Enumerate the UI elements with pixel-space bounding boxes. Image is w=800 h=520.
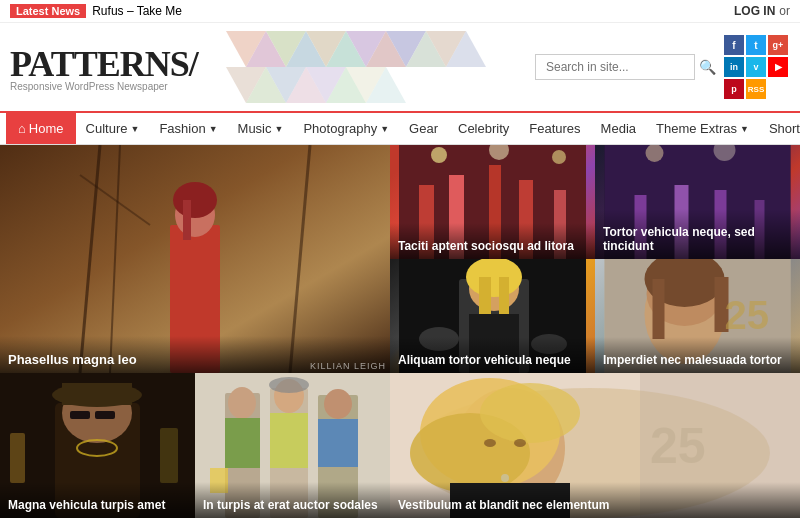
nav-features-label: Features	[529, 121, 580, 136]
svg-point-82	[324, 389, 352, 419]
photography-arrow: ▼	[380, 124, 389, 134]
pinterest-icon[interactable]: p	[724, 79, 744, 99]
home-icon: ⌂	[18, 121, 26, 136]
nav-music-label: Music	[238, 121, 272, 136]
nav-culture[interactable]: Culture ▼	[76, 113, 150, 144]
grid-row2-item1[interactable]: Magna vehicula turpis amet	[0, 373, 195, 518]
svg-text:25: 25	[650, 418, 706, 474]
nav-photography-label: Photography	[303, 121, 377, 136]
social-icons: f t g+ in v ▶ p RSS	[724, 35, 790, 99]
nav-media[interactable]: Media	[591, 113, 646, 144]
svg-point-93	[480, 383, 580, 443]
nav-photography[interactable]: Photography ▼	[293, 113, 399, 144]
grid-right-bottom: Aliquam tortor vehicula neque 25	[390, 259, 800, 373]
grid-row2: Magna vehicula turpis amet In turpis at …	[0, 373, 800, 518]
header-decoration	[198, 31, 535, 103]
nav-home[interactable]: ⌂ Home	[6, 113, 76, 144]
caption-row2-1: Magna vehicula turpis amet	[0, 482, 195, 518]
latest-badge: Latest News	[10, 4, 86, 18]
nav-fashion[interactable]: Fashion ▼	[149, 113, 227, 144]
nav-shortcodes[interactable]: Shortcodes	[759, 113, 800, 144]
grid-top-right-1[interactable]: Taciti aptent sociosqu ad litora	[390, 145, 595, 259]
caption-tr1-text: Taciti aptent sociosqu ad litora	[398, 239, 574, 253]
svg-point-87	[269, 377, 309, 393]
top-bar: Latest News Rufus – Take Me LOG IN or	[0, 0, 800, 23]
caption-top-right-2: Tortor vehicula neque, sed tincidunt	[595, 209, 800, 259]
nav-gear-label: Gear	[409, 121, 438, 136]
triangles-decoration	[226, 31, 506, 103]
nav-celebrity[interactable]: Celebrity	[448, 113, 519, 144]
facebook-icon[interactable]: f	[724, 35, 744, 55]
header: PATTERNS/ Responsive WordPress Newspaper	[0, 23, 800, 111]
grid-row2-item3[interactable]: 25 Vestibulum at blandit nec elementum	[390, 373, 800, 518]
caption-r2-2-text: In turpis at erat auctor sodales	[203, 498, 378, 512]
twitter-icon[interactable]: t	[746, 35, 766, 55]
linkedin-icon[interactable]: in	[724, 57, 744, 77]
svg-rect-85	[318, 419, 358, 467]
logo-subtitle: Responsive WordPress Newspaper	[10, 81, 198, 92]
fashion-arrow: ▼	[209, 124, 218, 134]
search-input[interactable]	[535, 54, 695, 80]
culture-arrow: ▼	[130, 124, 139, 134]
or-text: or	[779, 4, 790, 18]
header-right: 🔍 f t g+ in v ▶ p RSS	[535, 35, 790, 99]
svg-point-80	[228, 387, 256, 419]
svg-rect-74	[10, 433, 25, 483]
main-nav: ⌂ Home Culture ▼ Fashion ▼ Music ▼ Photo…	[0, 111, 800, 145]
caption-row2-2: In turpis at erat auctor sodales	[195, 482, 390, 518]
top-right-bar: LOG IN or	[734, 4, 790, 18]
theme-extras-arrow: ▼	[740, 124, 749, 134]
search-area: 🔍	[535, 54, 716, 80]
svg-rect-71	[70, 411, 90, 419]
caption-r2-3-text: Vestibulum at blandit nec elementum	[398, 498, 609, 512]
nav-music[interactable]: Music ▼	[228, 113, 294, 144]
svg-point-37	[431, 147, 447, 163]
main-caption-text: Phasellus magna leo	[8, 352, 137, 367]
latest-story-text: Rufus – Take Me	[92, 4, 182, 18]
caption-bottom-right-1: Aliquam tortor vehicula neque	[390, 337, 595, 373]
nav-celebrity-label: Celebrity	[458, 121, 509, 136]
svg-point-39	[552, 150, 566, 164]
svg-point-94	[484, 439, 496, 447]
nav-theme-extras-label: Theme Extras	[656, 121, 737, 136]
svg-rect-84	[270, 413, 308, 468]
nav-gear[interactable]: Gear	[399, 113, 448, 144]
login-link[interactable]: LOG IN	[734, 4, 775, 18]
nav-theme-extras[interactable]: Theme Extras ▼	[646, 113, 759, 144]
logo-area: PATTERNS/ Responsive WordPress Newspaper	[10, 43, 198, 92]
grid-main-image[interactable]: Phasellus magna leo KILLIAN LEIGH	[0, 145, 390, 373]
logo-text: PATTERNS/	[10, 43, 198, 85]
nav-culture-label: Culture	[86, 121, 128, 136]
caption-bottom-right-2: Imperdiet nec malesuada tortor	[595, 337, 800, 373]
svg-point-28	[173, 182, 217, 218]
gplus-icon[interactable]: g+	[768, 35, 788, 55]
photo-credit: KILLIAN LEIGH	[310, 361, 386, 371]
svg-rect-83	[225, 418, 260, 468]
music-arrow: ▼	[275, 124, 284, 134]
latest-news-bar: Latest News Rufus – Take Me	[10, 4, 182, 18]
svg-point-95	[514, 439, 526, 447]
caption-br2-text: Imperdiet nec malesuada tortor	[603, 353, 782, 367]
nav-features[interactable]: Features	[519, 113, 590, 144]
grid-row1: Phasellus magna leo KILLIAN LEIGH	[0, 145, 800, 373]
youtube-icon[interactable]: ▶	[768, 57, 788, 77]
nav-media-label: Media	[601, 121, 636, 136]
search-button[interactable]: 🔍	[699, 59, 716, 75]
grid-bottom-right-2[interactable]: 25 Imperdiet nec malesuada tortor	[595, 259, 800, 373]
grid-right-column: Taciti aptent sociosqu ad litora	[390, 145, 800, 373]
caption-row2-3: Vestibulum at blandit nec elementum	[390, 482, 800, 518]
svg-point-97	[501, 474, 509, 482]
svg-rect-72	[95, 411, 115, 419]
grid-right-top: Taciti aptent sociosqu ad litora	[390, 145, 800, 259]
caption-r2-1-text: Magna vehicula turpis amet	[8, 498, 165, 512]
nav-fashion-label: Fashion	[159, 121, 205, 136]
grid-bottom-right-1[interactable]: Aliquam tortor vehicula neque	[390, 259, 595, 373]
rss-icon[interactable]: RSS	[746, 79, 766, 99]
grid-row2-item2[interactable]: In turpis at erat auctor sodales	[195, 373, 390, 518]
caption-tr2-text: Tortor vehicula neque, sed tincidunt	[603, 225, 755, 253]
caption-top-right-1: Taciti aptent sociosqu ad litora	[390, 223, 595, 259]
nav-home-label: Home	[29, 121, 64, 136]
svg-rect-70	[62, 383, 132, 405]
vimeo-icon[interactable]: v	[746, 57, 766, 77]
grid-top-right-2[interactable]: Tortor vehicula neque, sed tincidunt	[595, 145, 800, 259]
